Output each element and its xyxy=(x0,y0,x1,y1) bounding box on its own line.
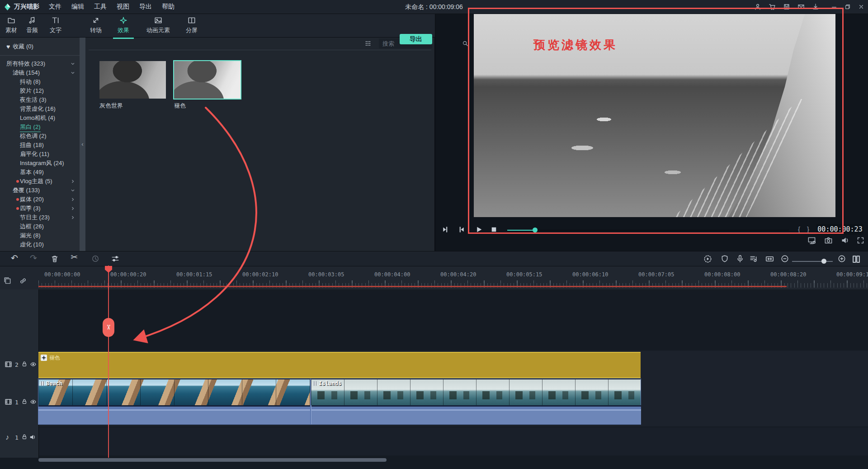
tab-splitscreen[interactable]: 分屏 xyxy=(181,16,203,36)
sidebar-item-label: 虚化 (10) xyxy=(20,240,44,249)
sidebar-item-all-effects[interactable]: 所有特效 (323) xyxy=(0,59,80,68)
timeline-zoom-slider[interactable] xyxy=(792,261,833,262)
sidebar-item[interactable]: 夜生活 (3) xyxy=(0,95,80,104)
sidebar-item[interactable]: 棕色调 (2) xyxy=(0,132,80,141)
sidebar-item[interactable]: 扁平化 (11) xyxy=(0,150,80,159)
manage-tracks-icon[interactable] xyxy=(4,277,12,285)
filter-thumbnail-fade-selected[interactable] xyxy=(173,60,241,99)
seek-bar[interactable] xyxy=(507,230,789,231)
delete-trash-icon[interactable] xyxy=(51,255,59,263)
lock-icon[interactable] xyxy=(21,361,28,367)
sidebar-item-holiday[interactable]: 节日主 (23) xyxy=(0,213,80,222)
feedback-mail-icon[interactable] xyxy=(797,3,805,10)
tab-label: 音频 xyxy=(26,26,38,34)
display-settings-icon[interactable] xyxy=(807,236,816,245)
sidebar-item-vlog[interactable]: Vlog主题 (5) xyxy=(0,177,80,186)
next-frame-button[interactable] xyxy=(458,226,466,233)
menu-tools[interactable]: 工具 xyxy=(89,3,112,11)
fit-to-timeline-icon[interactable] xyxy=(765,255,774,263)
search-icon[interactable] xyxy=(462,40,468,47)
sidebar-item[interactable]: 胶片 (12) xyxy=(0,86,80,95)
account-icon[interactable] xyxy=(754,3,761,10)
seek-handle[interactable] xyxy=(533,227,538,232)
menu-view[interactable]: 视图 xyxy=(112,3,134,11)
ruler-label: 00:00:08:20 xyxy=(770,271,806,278)
video-clip-islands[interactable]: Islands xyxy=(311,379,641,424)
tab-label: 动画元素 xyxy=(146,26,170,34)
sidebar-item[interactable]: 背景虚化 (16) xyxy=(0,104,80,114)
lock-icon[interactable] xyxy=(21,398,28,405)
panel-layout-icon[interactable] xyxy=(852,255,861,264)
undo-button[interactable]: ↶ xyxy=(11,253,18,264)
preview-video-frame[interactable]: 预览滤镜效果 xyxy=(474,14,835,217)
sidebar-item[interactable]: 基本 (49) xyxy=(0,168,80,177)
filter-clip-fade[interactable]: 褪色 xyxy=(38,352,641,378)
snapshot-camera-icon[interactable] xyxy=(824,236,833,245)
timeline-zoom-handle[interactable] xyxy=(821,259,826,264)
lock-icon[interactable] xyxy=(21,434,28,440)
sidebar-item[interactable]: 抖动 (8) xyxy=(0,77,80,86)
adjust-sliders-icon[interactable] xyxy=(111,255,119,263)
restore-button[interactable] xyxy=(844,4,851,10)
sidebar-item[interactable]: 边框 (26) xyxy=(0,222,80,231)
sidebar-item[interactable]: 扭曲 (18) xyxy=(0,141,80,150)
zoom-out-icon[interactable] xyxy=(781,255,789,263)
eye-visibility-icon[interactable] xyxy=(30,398,37,405)
stop-button[interactable] xyxy=(490,226,498,233)
mark-in-bracket[interactable]: { xyxy=(798,225,800,233)
previous-frame-button[interactable] xyxy=(441,226,449,233)
audio-track-1-lane[interactable] xyxy=(0,427,868,455)
sidebar-item-filters[interactable]: 滤镜 (154) xyxy=(0,68,80,77)
menu-export[interactable]: 导出 xyxy=(134,3,157,11)
tab-effects[interactable]: 效果 xyxy=(112,16,135,36)
tab-transition[interactable]: 转场 xyxy=(84,16,108,36)
sidebar-item[interactable]: 虚化 (10) xyxy=(0,240,80,249)
playhead-split-button[interactable]: ✂ xyxy=(103,318,114,337)
link-icon[interactable] xyxy=(19,277,27,285)
menu-file[interactable]: 文件 xyxy=(44,3,66,11)
menu-help[interactable]: 帮助 xyxy=(157,3,179,11)
favorites-row[interactable]: ♥ 收藏 (0) xyxy=(0,37,80,55)
fullscreen-icon[interactable] xyxy=(856,236,865,245)
redo-button[interactable]: ↷ xyxy=(30,253,37,264)
sidebar-splitter[interactable]: ‹ xyxy=(80,37,85,251)
filter-thumbnail-gray-world[interactable] xyxy=(99,61,166,99)
sidebar-item-black-white-selected[interactable]: 黑白 (2) xyxy=(0,123,80,132)
timeline-ruler[interactable]: 00:00:00:00 00:00:00:20 00:00:01:15 00:0… xyxy=(0,266,868,289)
minimize-button[interactable] xyxy=(831,4,837,10)
menu-edit[interactable]: 编辑 xyxy=(66,3,89,11)
split-scissors-icon[interactable]: ✂ xyxy=(71,252,78,263)
tab-media[interactable]: 素材 xyxy=(1,16,22,36)
sidebar-item-seasons[interactable]: 四季 (3) xyxy=(0,204,80,213)
zoom-in-icon[interactable] xyxy=(838,255,846,263)
video-clip-beach[interactable]: Beach xyxy=(38,379,310,424)
download-icon[interactable] xyxy=(812,3,819,10)
timeline-horizontal-scrollbar[interactable] xyxy=(38,458,387,462)
sidebar-item[interactable]: Instagram风 (24) xyxy=(0,159,80,168)
close-button[interactable] xyxy=(858,4,864,10)
sidebar-item-overlays[interactable]: 叠覆 (133) xyxy=(0,186,80,195)
audio-mixer-icon[interactable] xyxy=(750,255,758,263)
mute-speaker-icon[interactable] xyxy=(29,434,36,441)
grid-view-icon[interactable] xyxy=(364,40,372,47)
media-image-icon xyxy=(154,16,162,24)
sidebar-item-label: 抖动 (8) xyxy=(20,77,41,86)
eye-visibility-icon[interactable] xyxy=(30,361,37,368)
save-icon[interactable] xyxy=(783,3,790,10)
sidebar-item-label: 所有特效 (323) xyxy=(6,59,45,68)
render-preview-icon[interactable] xyxy=(703,255,712,263)
tab-text[interactable]: 文字 xyxy=(45,16,66,36)
tab-audio[interactable]: 音频 xyxy=(22,16,42,36)
volume-icon[interactable] xyxy=(840,236,849,245)
cart-icon[interactable] xyxy=(769,3,776,10)
play-button[interactable] xyxy=(475,226,483,233)
marker-shield-icon[interactable] xyxy=(721,255,729,263)
record-mic-icon[interactable] xyxy=(736,255,744,263)
speed-clock-icon[interactable] xyxy=(91,255,99,263)
export-button[interactable]: 导出 xyxy=(400,34,432,44)
sidebar-item[interactable]: 漏光 (8) xyxy=(0,231,80,240)
tab-elements[interactable]: 动画元素 xyxy=(141,16,175,36)
sidebar-item[interactable]: Lomo相机 (4) xyxy=(0,114,80,123)
sidebar-item-media[interactable]: 媒体 (20) xyxy=(0,195,80,204)
mark-out-bracket[interactable]: } xyxy=(807,225,809,233)
